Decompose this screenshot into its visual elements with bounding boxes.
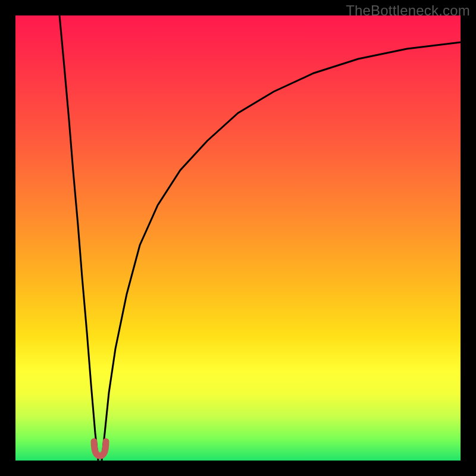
curve-layer [15,15,461,461]
chart-frame: TheBottleneck.com [0,0,476,476]
watermark-text: TheBottleneck.com [346,2,470,19]
minimum-marker [94,441,106,456]
curve-left-branch [60,15,98,461]
curve-right-branch [102,42,461,461]
